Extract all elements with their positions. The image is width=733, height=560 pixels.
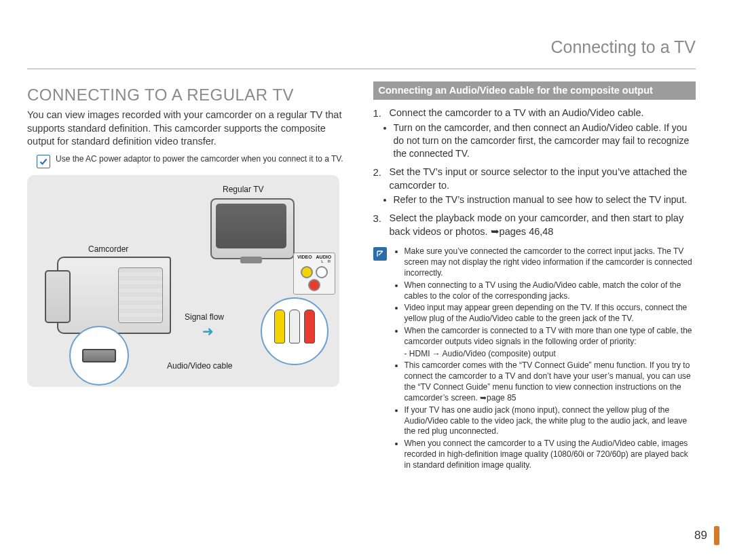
- bullet-item: Turn on the camcorder, and then connect …: [394, 122, 696, 160]
- label-l: L: [321, 259, 323, 263]
- note-row: Use the AC power adaptor to power the ca…: [37, 154, 350, 168]
- plug-red-icon: [304, 310, 315, 343]
- bullet-item: Refer to the TV’s instruction manual to …: [394, 193, 696, 206]
- thumb-tab: [714, 526, 719, 545]
- tip-item: When you connect the camcorder to a TV u…: [405, 438, 696, 470]
- tips-box: Make sure you’ve connected the camcorder…: [373, 245, 696, 472]
- right-column: Connecting an Audio/Video cable for the …: [373, 81, 696, 472]
- step-text: Connect the camcorder to a TV with an Au…: [390, 107, 644, 120]
- connection-diagram: Regular TV VIDEO AUDIO L R: [27, 175, 339, 387]
- check-icon: [37, 155, 50, 168]
- tip-item: When the camcorder is connected to a TV …: [405, 326, 696, 348]
- tip-item: Video input may appear green depending o…: [405, 303, 696, 324]
- label-r: R: [328, 259, 331, 263]
- jack-white-icon: [316, 266, 328, 278]
- label-regular-tv: Regular TV: [223, 185, 263, 194]
- section-title: Connecting to a TV: [550, 37, 696, 56]
- arrow-icon: ➜: [202, 323, 214, 339]
- plug-yellow-icon: [274, 310, 285, 343]
- page: Connecting to a TV CONNECTING TO A REGUL…: [0, 0, 733, 560]
- av-plugs-closeup: [261, 297, 328, 365]
- tips-list: Make sure you’ve connected the camcorder…: [394, 245, 696, 472]
- tip-item: When connecting to a TV using the Audio/…: [405, 280, 696, 302]
- label-audio: AUDIO: [316, 255, 332, 259]
- step-number: 1.: [373, 107, 384, 120]
- page-number: 89: [694, 529, 707, 542]
- tip-item: If your TV has one audio jack (mono inpu…: [405, 405, 696, 437]
- av-jack-panel: VIDEO AUDIO L R: [293, 253, 335, 295]
- step-2-bullets: Refer to the TV’s instruction manual to …: [380, 193, 696, 206]
- jack-red-icon: [308, 279, 320, 291]
- tip-subitem: HDMI → Audio/Video (composite) output: [405, 349, 696, 360]
- step-1: 1. Connect the camcorder to a TV with an…: [373, 107, 696, 120]
- step-text: Select the playback mode on your camcord…: [390, 212, 696, 238]
- tip-item: This camcorder comes with the “TV Connec…: [405, 360, 696, 403]
- label-camcorder: Camcorder: [88, 244, 128, 254]
- note-text: Use the AC power adaptor to power the ca…: [56, 154, 343, 165]
- plug-white-icon: [289, 310, 300, 343]
- left-column: CONNECTING TO A REGULAR TV You can view …: [27, 81, 350, 472]
- step-2: 2. Set the TV’s input or source selector…: [373, 166, 696, 192]
- tv-illustration: [210, 198, 295, 259]
- label-signal-flow: Signal flow: [185, 312, 224, 322]
- page-heading: CONNECTING TO A REGULAR TV: [27, 86, 350, 105]
- tv-stand: [240, 257, 262, 263]
- label-video: VIDEO: [297, 255, 312, 259]
- header-bar: Connecting to a TV: [27, 37, 696, 69]
- step-text: Set the TV’s input or source selector to…: [390, 166, 696, 192]
- jack-yellow-icon: [301, 266, 313, 278]
- tip-item: Make sure you’ve connected the camcorder…: [405, 246, 696, 278]
- step-3: 3. Select the playback mode on your camc…: [373, 212, 696, 238]
- two-column-layout: CONNECTING TO A REGULAR TV You can view …: [27, 81, 696, 472]
- camcorder-port-closeup: [69, 326, 129, 386]
- step-1-bullets: Turn on the camcorder, and then connect …: [380, 122, 696, 160]
- intro-paragraph: You can view images recorded with your c…: [27, 109, 350, 149]
- label-av-cable: Audio/Video cable: [167, 361, 233, 371]
- step-number: 3.: [373, 212, 384, 238]
- subheading-box: Connecting an Audio/Video cable for the …: [373, 81, 696, 100]
- camcorder-illustration: [57, 257, 171, 334]
- note-icon: [373, 247, 387, 261]
- step-number: 2.: [373, 166, 384, 192]
